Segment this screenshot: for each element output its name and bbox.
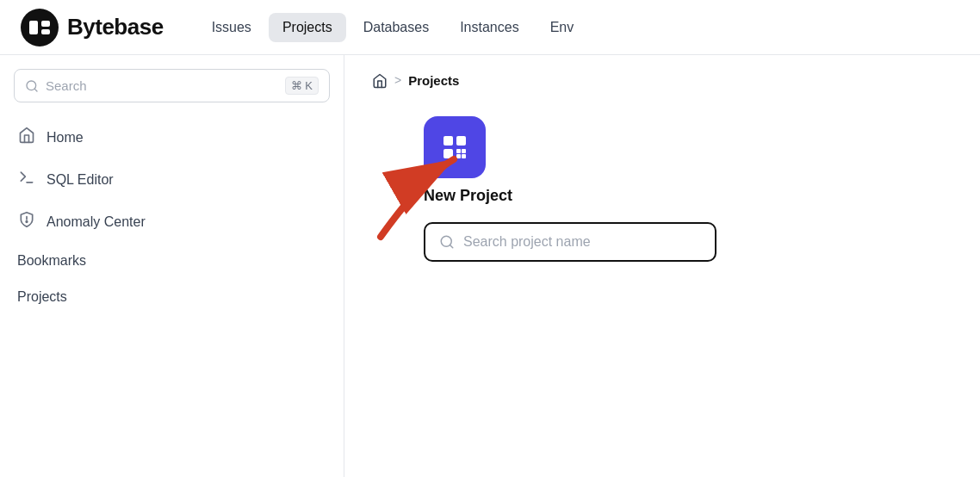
svg-point-0 bbox=[21, 9, 59, 46]
sidebar-item-projects[interactable]: Projects bbox=[0, 279, 344, 315]
svg-rect-1 bbox=[29, 21, 38, 34]
search-icon bbox=[25, 79, 39, 93]
breadcrumb: > Projects bbox=[372, 72, 952, 89]
svg-point-8 bbox=[26, 221, 28, 223]
nav-item-projects[interactable]: Projects bbox=[269, 13, 346, 42]
sidebar-item-anomaly-center-label: Anomaly Center bbox=[47, 214, 146, 230]
new-project-label: New Project bbox=[424, 187, 512, 205]
svg-rect-3 bbox=[41, 29, 50, 34]
nav-item-issues[interactable]: Issues bbox=[198, 13, 265, 42]
svg-rect-10 bbox=[443, 136, 453, 146]
sidebar-item-home-label: Home bbox=[47, 130, 84, 146]
main-container: Search ⌘ K Home SQL bbox=[0, 55, 980, 477]
svg-rect-11 bbox=[456, 136, 466, 146]
breadcrumb-separator: > bbox=[394, 73, 401, 87]
new-project-icon-svg bbox=[439, 132, 470, 163]
project-section: New Project Search project name bbox=[372, 116, 952, 262]
sidebar-item-anomaly-center[interactable]: Anomaly Center bbox=[0, 201, 344, 243]
svg-rect-13 bbox=[456, 149, 461, 153]
bytebase-logo-icon bbox=[21, 9, 59, 46]
breadcrumb-home-icon[interactable] bbox=[372, 72, 388, 89]
terminal-icon bbox=[17, 169, 36, 190]
logo-text: Bytebase bbox=[67, 14, 164, 40]
svg-rect-15 bbox=[456, 154, 461, 158]
search-shortcut: ⌘ K bbox=[285, 77, 319, 95]
sidebar-item-home[interactable]: Home bbox=[0, 116, 344, 158]
nav-items: Issues Projects Databases Instances Env bbox=[198, 13, 959, 42]
search-bar-left: Search bbox=[25, 78, 87, 93]
search-project-input[interactable]: Search project name bbox=[424, 222, 716, 262]
nav-item-env[interactable]: Env bbox=[537, 13, 588, 42]
search-placeholder-text: Search bbox=[46, 78, 87, 93]
svg-rect-12 bbox=[443, 149, 453, 158]
new-project-button[interactable] bbox=[424, 116, 486, 178]
nav-item-instances[interactable]: Instances bbox=[446, 13, 532, 42]
svg-rect-16 bbox=[462, 154, 466, 158]
search-project-placeholder: Search project name bbox=[463, 234, 591, 250]
navbar: Bytebase Issues Projects Databases Insta… bbox=[0, 0, 980, 55]
shield-icon bbox=[17, 211, 36, 232]
sidebar-item-sql-editor[interactable]: SQL Editor bbox=[0, 158, 344, 201]
sidebar: Search ⌘ K Home SQL bbox=[0, 55, 344, 477]
home-icon bbox=[17, 127, 36, 148]
svg-line-5 bbox=[34, 89, 37, 91]
search-project-icon bbox=[439, 234, 455, 250]
search-bar[interactable]: Search ⌘ K bbox=[14, 69, 330, 102]
content-area: > Projects bbox=[344, 55, 980, 477]
sidebar-item-bookmarks[interactable]: Bookmarks bbox=[0, 243, 344, 279]
project-card-area: New Project Search project name bbox=[424, 116, 952, 262]
breadcrumb-current: Projects bbox=[408, 73, 459, 88]
sidebar-item-sql-editor-label: SQL Editor bbox=[47, 172, 114, 188]
svg-rect-14 bbox=[462, 149, 466, 153]
nav-item-databases[interactable]: Databases bbox=[350, 13, 443, 42]
logo-area: Bytebase bbox=[21, 9, 164, 46]
svg-line-18 bbox=[450, 245, 452, 247]
svg-rect-2 bbox=[41, 21, 50, 27]
